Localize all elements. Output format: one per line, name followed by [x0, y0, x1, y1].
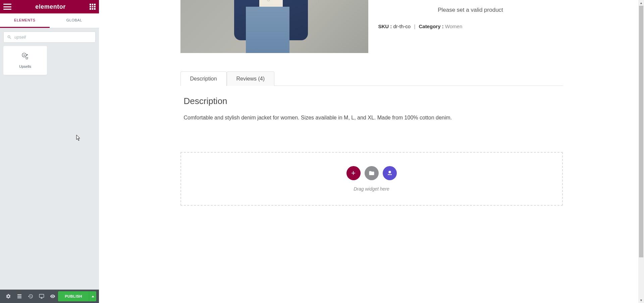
search-input[interactable] [14, 35, 92, 40]
panel-tabs: ELEMENTS GLOBAL [0, 13, 99, 28]
logo: elementor [35, 3, 66, 10]
category-label: Category : [419, 23, 443, 29]
svg-point-3 [388, 174, 389, 175]
drop-label: Drag widget here [188, 186, 555, 192]
preview-button[interactable] [47, 290, 58, 303]
product-notice: Please set a valid product [378, 7, 563, 13]
menu-icon[interactable] [3, 4, 11, 10]
tab-elements[interactable]: ELEMENTS [0, 13, 50, 28]
category-link[interactable]: Women [445, 23, 462, 29]
sku-value: dr-th-co [393, 23, 411, 29]
editor-canvas: Please set a valid product SKU : dr-th-c… [99, 0, 644, 303]
upsells-icon: $ [21, 52, 30, 61]
navigator-button[interactable] [14, 290, 25, 303]
product-image [180, 0, 368, 53]
tab-content: Description Comfortable and stylish deni… [180, 86, 563, 142]
sku-label: SKU : [378, 23, 392, 29]
svg-point-4 [389, 174, 390, 175]
svg-point-2 [388, 171, 391, 173]
ai-icon [386, 170, 393, 176]
description-heading: Description [184, 96, 559, 106]
scrollbar-thumb[interactable] [639, 6, 643, 257]
scroll-down-arrow[interactable]: ▼ [638, 297, 644, 303]
tab-reviews[interactable]: Reviews (4) [227, 71, 274, 86]
settings-button[interactable] [3, 290, 14, 303]
apps-icon[interactable] [90, 4, 96, 10]
tab-global[interactable]: GLOBAL [50, 13, 99, 28]
product-tabs: Description Reviews (4) [180, 71, 563, 86]
scrollbar[interactable]: ▲ ▼ [638, 0, 644, 303]
publish-options-button[interactable] [89, 291, 96, 301]
history-button[interactable] [25, 290, 36, 303]
search-widgets[interactable] [3, 32, 96, 43]
sidebar-footer: PUBLISH [0, 290, 99, 303]
responsive-button[interactable] [36, 290, 47, 303]
ai-button[interactable] [383, 166, 397, 180]
svg-point-5 [390, 174, 391, 175]
sidebar-header: elementor [0, 0, 99, 13]
add-template-button[interactable] [365, 166, 379, 180]
widget-label: Upsells [19, 64, 31, 68]
search-icon [7, 35, 12, 40]
product-meta-row: SKU : dr-th-co | Category : Women [378, 23, 563, 29]
publish-button[interactable]: PUBLISH [58, 291, 89, 301]
add-section-button[interactable]: + [346, 166, 361, 180]
drop-section[interactable]: + Drag widget here [180, 152, 563, 206]
description-text: Comfortable and stylish denim jacket for… [184, 114, 559, 122]
folder-icon [369, 170, 375, 176]
svg-text:$: $ [23, 54, 25, 57]
widget-upsells[interactable]: $ Upsells [3, 46, 47, 75]
scroll-up-arrow[interactable]: ▲ [638, 0, 644, 6]
tab-description[interactable]: Description [180, 71, 227, 86]
elementor-sidebar: elementor ELEMENTS GLOBAL $ [0, 0, 99, 303]
